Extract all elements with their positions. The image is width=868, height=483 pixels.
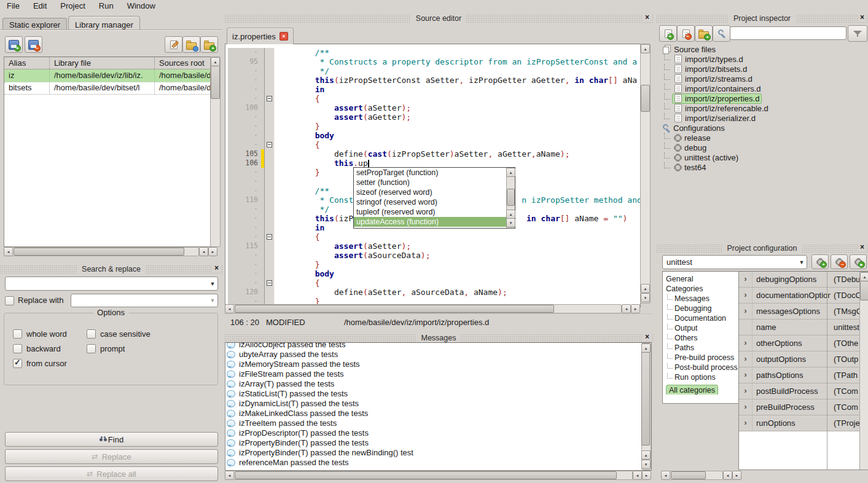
grid-vscroll[interactable] <box>859 272 868 470</box>
editor-vscroll-up[interactable]: ▴ <box>641 44 650 53</box>
fold-collapse-icon[interactable] <box>267 96 272 101</box>
inspector-filter-input[interactable] <box>730 26 846 40</box>
editor-vscroll-up2[interactable]: ▴ <box>641 284 650 293</box>
tree-node[interactable]: import/iz/types.d <box>672 54 746 65</box>
grid-expander[interactable]: › <box>739 272 753 287</box>
code-line[interactable]: 100 assert(aSetter); <box>225 103 640 112</box>
grid-expander[interactable]: › <box>739 351 753 367</box>
category-categories[interactable]: Categories <box>666 284 739 294</box>
checkbox-prompt[interactable] <box>87 344 96 353</box>
editor-hscroll-right[interactable]: ▸ <box>631 304 640 313</box>
messages-hscroll-left2[interactable]: ◂ <box>633 471 642 480</box>
library-hscroll-left2[interactable]: ◂ <box>199 247 208 256</box>
tree-node[interactable]: import/iz/containers.d <box>672 84 764 94</box>
code-line[interactable]: · body <box>225 269 640 278</box>
option-backward[interactable]: backward <box>13 344 87 353</box>
grid-row-preBuildProcess[interactable]: ›preBuildProcess(TCom <box>739 399 868 415</box>
replace-dropdown-chevron-icon[interactable]: ▼ <box>208 297 217 304</box>
tree-node[interactable]: release <box>672 133 713 143</box>
option-prompt[interactable]: prompt <box>87 344 217 353</box>
tree-item-release[interactable]: release <box>660 133 866 143</box>
messages-vscroll-down[interactable]: ▾ <box>641 460 651 469</box>
grid-row-messagesOptions[interactable]: ›messagesOptions(TMsgO <box>739 304 868 320</box>
grid-expander[interactable]: › <box>739 304 753 319</box>
replace-all-button[interactable]: ⇄Replace all <box>5 466 218 481</box>
checkbox-whole-word[interactable] <box>13 329 22 339</box>
fold-collapse-icon[interactable] <box>267 280 272 286</box>
category-all-categories[interactable]: All categories <box>666 385 739 395</box>
grid-row-runOptions[interactable]: ›runOptions(TProje <box>739 415 868 431</box>
source-editor-close-icon[interactable]: × <box>643 13 651 22</box>
tree-item-import-iz-serializer-d[interactable]: import/iz/serializer.d <box>660 113 866 123</box>
menu-item-run[interactable]: Run <box>92 0 120 12</box>
category-others[interactable]: Others <box>666 333 739 343</box>
option-from-cursor[interactable]: from cursor <box>13 359 87 368</box>
find-button[interactable]: Find <box>5 432 218 447</box>
remove-library-button[interactable]: − <box>25 36 42 53</box>
add-config-button[interactable]: + <box>811 254 829 269</box>
message-row[interactable]: izMakeLinkedClass passed the tests <box>225 409 651 418</box>
completion-scroll-up[interactable]: ▴ <box>506 168 515 177</box>
category-debugging[interactable]: Debugging <box>666 304 739 313</box>
tree-item-source-files[interactable]: Source files <box>660 44 866 54</box>
tree-item-import-iz-bitsets-d[interactable]: import/iz/bitsets.d <box>660 64 866 74</box>
code-line[interactable]: 105 define(cast(izPropSetter)aSetter, aG… <box>225 149 640 159</box>
add-library-button[interactable]: + <box>5 36 23 53</box>
view-library-sources-button[interactable] <box>182 36 200 53</box>
fold-collapse-icon[interactable] <box>267 142 272 147</box>
library-vscroll-up[interactable]: ▴ <box>211 57 220 66</box>
category-post-build-process[interactable]: Post-build process <box>666 363 739 372</box>
tree-item-debug[interactable]: debug <box>660 143 866 152</box>
library-hscroll-left[interactable]: ◂ <box>4 247 13 256</box>
configuration-select[interactable]: unittest ▼ <box>662 255 807 269</box>
editor-vscroll-down[interactable]: ▾ <box>641 293 650 302</box>
tree-item-import-iz-referencable-d[interactable]: import/iz/referencable.d <box>660 103 866 113</box>
message-row[interactable]: ubyteArray passed the tests <box>225 350 651 359</box>
library-hscroll-right[interactable]: ▸ <box>208 247 217 256</box>
messages-vscroll-thumb[interactable] <box>641 352 650 446</box>
code-line[interactable]: · */ <box>225 66 640 76</box>
tree-item-test64[interactable]: test64 <box>660 162 866 172</box>
category-pre-build-process[interactable]: Pre-build process <box>666 353 739 363</box>
completion-item[interactable]: setPropTarget (function) <box>354 168 506 178</box>
code-line[interactable]: · body <box>225 131 640 140</box>
completion-item[interactable]: updateAccess (function) <box>354 217 506 227</box>
fold-collapse-icon[interactable] <box>267 234 272 240</box>
tree-node[interactable]: import/iz/referencable.d <box>672 103 771 114</box>
search-close-icon[interactable]: × <box>213 264 221 272</box>
grid-row-otherOptions[interactable]: ›otherOptions(TOthe <box>739 336 868 351</box>
search-dropdown-chevron-icon[interactable]: ▼ <box>208 281 217 287</box>
grid-expander[interactable]: › <box>739 367 753 383</box>
completion-scrollbar[interactable]: ▴ ▴ ▾ <box>506 168 515 228</box>
tree-node[interactable]: debug <box>672 143 709 153</box>
category-messages[interactable]: Messages <box>666 294 739 304</box>
replace-with-checkbox[interactable] <box>5 296 14 305</box>
tree-node[interactable]: import/iz/properties.d <box>672 93 762 104</box>
code-line[interactable]: 115 assert(aSetter); <box>225 242 640 251</box>
menu-item-window[interactable]: Window <box>120 0 162 12</box>
editor-tab[interactable]: iz.properties × <box>227 28 294 44</box>
completion-scroll-up2[interactable]: ▴ <box>506 210 515 219</box>
library-row-bitsets[interactable]: bitsets/home/basile/dev/bitset/l/home/ba… <box>4 82 211 94</box>
tab-static-explorer[interactable]: Static explorer <box>2 18 67 31</box>
library-column-sources-root[interactable]: Sources root <box>155 57 211 69</box>
grid-expander[interactable]: › <box>739 383 753 399</box>
config-hscroll-right[interactable]: ▸ <box>732 471 741 480</box>
grid-vscroll-up[interactable]: ▴ <box>860 272 868 281</box>
message-row[interactable]: izFileStream passed the tests <box>225 369 651 379</box>
editor-hscroll-left[interactable]: ◂ <box>225 304 234 313</box>
tree-item-import-iz-streams-d[interactable]: import/iz/streams.d <box>660 74 866 84</box>
messages-hscroll-thumb[interactable] <box>235 471 617 479</box>
completion-item[interactable]: setter (function) <box>354 178 506 187</box>
code-line[interactable]: 95 * Constructs a property descriptor fr… <box>225 57 640 66</box>
replace-button[interactable]: ⇄Replace <box>5 449 218 464</box>
clone-config-button[interactable]: ▸ <box>850 254 867 269</box>
grid-expander[interactable]: › <box>739 399 753 415</box>
checkbox-backward[interactable] <box>13 344 22 353</box>
filter-button[interactable] <box>848 25 867 42</box>
code-line[interactable]: · } <box>225 122 640 131</box>
message-row[interactable]: referenceMan passed the tests <box>225 458 651 468</box>
messages-hscroll-right[interactable]: ▸ <box>642 471 651 480</box>
grid-vscroll-thumb[interactable] <box>860 281 868 300</box>
category-run-options[interactable]: Run options <box>666 372 739 382</box>
